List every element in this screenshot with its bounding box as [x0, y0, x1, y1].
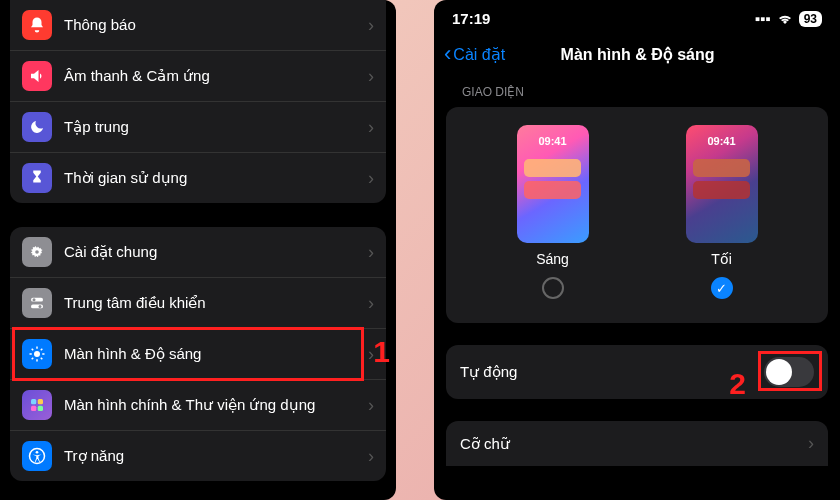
accessibility-icon	[22, 441, 52, 471]
svg-point-3	[39, 305, 42, 308]
row-label: Màn hình & Độ sáng	[64, 345, 368, 363]
row-label: Cài đặt chung	[64, 243, 368, 261]
battery-indicator: 93	[799, 11, 822, 27]
svg-point-4	[34, 351, 40, 357]
section-header-appearance: GIAO DIỆN	[434, 85, 840, 107]
chevron-right-icon: ›	[368, 168, 374, 189]
brightness-icon	[22, 339, 52, 369]
appearance-card: 09:41 Sáng 09:41 Tối ✓	[446, 107, 828, 323]
settings-row-display-brightness[interactable]: Màn hình & Độ sáng › 1	[10, 329, 386, 380]
row-label: Âm thanh & Cảm ứng	[64, 67, 368, 85]
light-radio[interactable]	[542, 277, 564, 299]
annotation-number-2: 2	[729, 367, 746, 401]
wifi-icon	[777, 10, 793, 27]
automatic-row: Tự động 2	[446, 345, 828, 399]
row-label: Tập trung	[64, 118, 368, 136]
chevron-right-icon: ›	[368, 66, 374, 87]
row-label: Màn hình chính & Thư viện ứng dụng	[64, 396, 368, 414]
cellular-icon: ▪▪▪	[755, 10, 771, 27]
appearance-option-dark[interactable]: 09:41 Tối ✓	[686, 125, 758, 299]
automatic-label: Tự động	[460, 363, 764, 381]
preview-widget	[524, 181, 582, 199]
svg-rect-15	[31, 406, 36, 411]
row-label: Thông báo	[64, 16, 368, 34]
chevron-right-icon: ›	[368, 395, 374, 416]
display-brightness-screen: 17:19 ▪▪▪ 93 ‹ Cài đặt Màn hình & Độ sán…	[434, 0, 840, 500]
svg-rect-14	[38, 399, 43, 404]
switches-icon	[22, 288, 52, 318]
text-size-row[interactable]: Cỡ chữ ›	[446, 421, 828, 466]
settings-row-screentime[interactable]: Thời gian sử dụng ›	[10, 153, 386, 203]
appearance-option-light[interactable]: 09:41 Sáng	[517, 125, 589, 299]
bell-icon	[22, 10, 52, 40]
preview-time: 09:41	[686, 135, 758, 147]
chevron-right-icon: ›	[368, 242, 374, 263]
svg-line-11	[32, 358, 34, 360]
automatic-toggle[interactable]	[764, 357, 814, 387]
row-label: Thời gian sử dụng	[64, 169, 368, 187]
settings-row-focus[interactable]: Tập trung ›	[10, 102, 386, 153]
preview-time: 09:41	[517, 135, 589, 147]
grid-icon	[22, 390, 52, 420]
dark-radio[interactable]: ✓	[711, 277, 733, 299]
gear-icon	[22, 237, 52, 267]
svg-point-18	[36, 451, 39, 454]
chevron-right-icon: ›	[368, 117, 374, 138]
nav-bar: ‹ Cài đặt Màn hình & Độ sáng	[434, 35, 840, 85]
settings-row-notifications[interactable]: Thông báo ›	[10, 0, 386, 51]
speaker-icon	[22, 61, 52, 91]
svg-point-2	[33, 298, 36, 301]
light-label: Sáng	[536, 251, 569, 267]
page-title: Màn hình & Độ sáng	[445, 45, 830, 64]
svg-line-9	[32, 349, 34, 351]
text-size-label: Cỡ chữ	[460, 435, 808, 453]
battery-percent: 93	[804, 12, 817, 26]
preview-widget	[693, 181, 751, 199]
preview-widget	[524, 159, 582, 177]
settings-row-accessibility[interactable]: Trợ năng ›	[10, 431, 386, 481]
settings-list-screen: Thông báo › Âm thanh & Cảm ứng › Tập tru…	[0, 0, 396, 500]
chevron-right-icon: ›	[368, 446, 374, 467]
settings-row-sounds[interactable]: Âm thanh & Cảm ứng ›	[10, 51, 386, 102]
chevron-right-icon: ›	[808, 433, 814, 454]
annotation-number-1: 1	[373, 335, 390, 369]
dark-label: Tối	[711, 251, 732, 267]
chevron-right-icon: ›	[368, 293, 374, 314]
settings-group-2: Cài đặt chung › Trung tâm điều khiển › M…	[10, 227, 386, 481]
status-time: 17:19	[452, 10, 490, 27]
row-label: Trợ năng	[64, 447, 368, 465]
settings-row-general[interactable]: Cài đặt chung ›	[10, 227, 386, 278]
hourglass-icon	[22, 163, 52, 193]
row-label: Trung tâm điều khiển	[64, 294, 368, 312]
preview-widget	[693, 159, 751, 177]
settings-row-home-screen[interactable]: Màn hình chính & Thư viện ứng dụng ›	[10, 380, 386, 431]
moon-icon	[22, 112, 52, 142]
svg-rect-13	[31, 399, 36, 404]
settings-group-1: Thông báo › Âm thanh & Cảm ứng › Tập tru…	[10, 0, 386, 203]
toggle-knob	[766, 359, 792, 385]
svg-rect-16	[38, 406, 43, 411]
dark-preview: 09:41	[686, 125, 758, 243]
status-bar: 17:19 ▪▪▪ 93	[434, 0, 840, 35]
light-preview: 09:41	[517, 125, 589, 243]
svg-line-12	[41, 349, 43, 351]
svg-line-10	[41, 358, 43, 360]
chevron-right-icon: ›	[368, 15, 374, 36]
settings-row-control-center[interactable]: Trung tâm điều khiển ›	[10, 278, 386, 329]
